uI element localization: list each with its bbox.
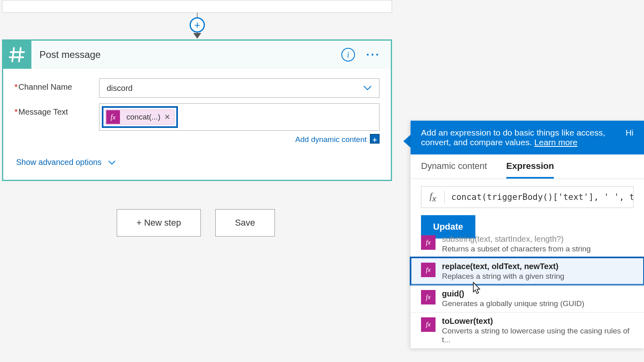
expression-token[interactable]: fx concat(...) ✕ [105, 109, 175, 125]
fx-icon: fx [421, 317, 436, 332]
function-item[interactable]: fxsubstring(text, startIndex, length?)Re… [411, 234, 644, 257]
function-item[interactable]: fxtoLower(text)Converts a string to lowe… [411, 312, 644, 348]
channel-name-value: discord [107, 84, 132, 93]
function-description: Returns a subset of characters from a st… [442, 245, 591, 253]
highlight-box: fx concat(...) ✕ [102, 106, 178, 128]
panel-header: Add an expression to do basic things lik… [411, 121, 644, 154]
card-header[interactable]: Post message i ··· [3, 41, 391, 69]
channel-name-label: *Channel Name [14, 78, 99, 92]
fx-icon: fx [106, 110, 120, 124]
insert-step-button[interactable]: + [190, 17, 205, 33]
channel-name-select[interactable]: discord [99, 78, 380, 98]
post-message-card: Post message i ··· *Channel Name discord… [2, 39, 392, 181]
save-button[interactable]: Save [215, 209, 275, 237]
fx-icon: fx [421, 235, 436, 250]
arrow-down-icon [193, 33, 201, 39]
token-label: concat(...) [121, 113, 164, 121]
function-item[interactable]: fxguid()Generates a globally unique stri… [411, 285, 644, 312]
chevron-down-icon [108, 158, 116, 167]
expression-input[interactable]: fx concat(triggerBody()['text'], ' ', tr… [421, 186, 634, 208]
add-dynamic-content-link[interactable]: Add dynamic content＋ [99, 134, 380, 144]
function-list: fxsubstring(text, startIndex, length?)Re… [411, 234, 644, 348]
function-signature: substring(text, startIndex, length?) [442, 234, 591, 244]
callout-arrow-icon [403, 135, 411, 148]
info-icon[interactable]: i [341, 48, 355, 62]
more-icon[interactable]: ··· [366, 49, 380, 60]
function-signature: guid() [442, 289, 584, 298]
expression-panel: Add an expression to do basic things lik… [411, 121, 644, 348]
fx-icon: fx [421, 191, 445, 204]
learn-more-link[interactable]: Learn more [534, 138, 577, 147]
previous-step-card[interactable] [2, 0, 392, 13]
hide-link[interactable]: Hi [625, 128, 634, 147]
function-signature: replace(text, oldText, newText) [442, 262, 564, 271]
function-description: Generates a globally unique string (GUID… [442, 299, 584, 308]
message-text-input[interactable]: fx concat(...) ✕ [99, 103, 380, 131]
tab-dynamic-content[interactable]: Dynamic content [421, 161, 487, 179]
tab-expression[interactable]: Expression [506, 161, 554, 179]
panel-tabs: Dynamic content Expression [411, 154, 644, 179]
token-remove-icon[interactable]: ✕ [164, 113, 170, 121]
plus-icon: ＋ [370, 134, 380, 144]
card-title: Post message [31, 49, 341, 60]
fx-icon: fx [421, 290, 436, 304]
chevron-down-icon [363, 84, 372, 93]
svg-line-0 [12, 48, 14, 62]
function-signature: toLower(text) [442, 317, 634, 326]
function-item[interactable]: fxreplace(text, oldText, newText)Replace… [411, 257, 644, 285]
new-step-button[interactable]: + New step [117, 209, 201, 237]
svg-line-1 [19, 48, 21, 62]
function-description: Replaces a string with a given string [442, 272, 564, 281]
expression-text: concat(triggerBody()['text'], ' ', trigg [445, 192, 633, 202]
slack-icon [3, 41, 31, 69]
show-advanced-toggle[interactable]: Show advanced options [14, 158, 380, 175]
function-description: Converts a string to lowercase using the… [442, 327, 634, 344]
message-text-label: *Message Text [14, 103, 99, 117]
fx-icon: fx [421, 263, 436, 277]
